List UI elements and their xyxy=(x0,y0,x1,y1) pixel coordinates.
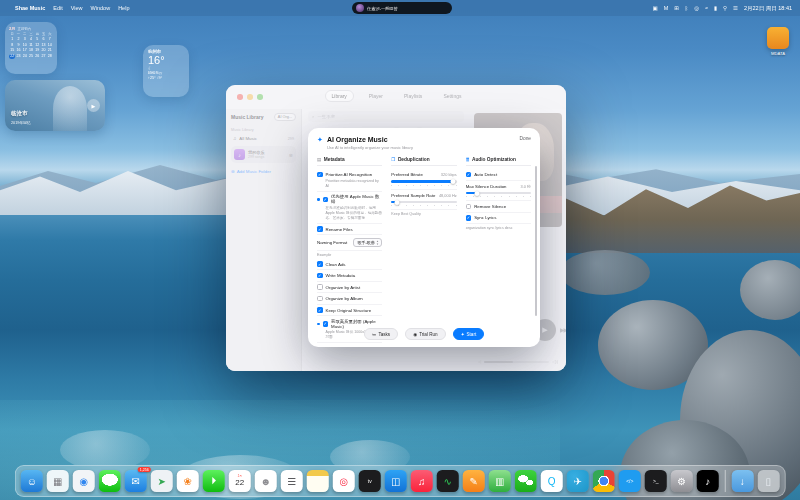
dock-icon-telegram[interactable]: ✈ xyxy=(567,470,589,492)
dock-icon-keynote[interactable]: ◫ xyxy=(385,470,407,492)
menu-view[interactable]: View xyxy=(71,5,83,11)
calendar-widget[interactable]: 2月 正月初六 日一二三四五六1234567891011121314151617… xyxy=(5,22,57,74)
photos-memory-widget[interactable]: 临沧市 2019年回忆 ▶ xyxy=(5,80,105,131)
memory-play-button[interactable]: ▶ xyxy=(87,99,100,112)
memory-photo xyxy=(53,86,87,131)
option-write-metadata: ✓Write Metadata xyxy=(317,270,382,282)
dock-icon-downloads-folder[interactable]: ↓ xyxy=(731,470,753,492)
dock-icon-reminders[interactable]: ☰ xyxy=(281,470,303,492)
setting-label: Preferred Sample Rate xyxy=(391,193,435,198)
option-auto-detect: ✓Auto Detect xyxy=(466,169,531,181)
dock-icon-stocks[interactable]: ∿ xyxy=(437,470,459,492)
dock-icon-vscode[interactable]: </> xyxy=(619,470,641,492)
slider-thumb[interactable] xyxy=(451,179,456,184)
m-status-icon[interactable]: M xyxy=(664,5,669,11)
checkbox[interactable]: ✓ xyxy=(317,172,323,178)
checkbox[interactable]: ✓ xyxy=(317,261,323,267)
wifi-icon[interactable]: ≈ xyxy=(705,5,708,11)
bluetooth-icon[interactable]: ᛒ xyxy=(685,5,688,11)
dock-icon-system-settings[interactable]: ⚙ xyxy=(671,470,693,492)
underwater-rock xyxy=(60,430,150,470)
terminal-glyph: >_ xyxy=(653,478,659,484)
dedup-section-title: Deduplication xyxy=(398,157,430,162)
dock-icon-launchpad[interactable]: ▦ xyxy=(47,470,69,492)
dock-icon-contacts[interactable]: ☻ xyxy=(255,470,277,492)
system-settings-glyph: ⚙ xyxy=(677,476,686,487)
dialog-subtitle: Use AI to intelligently organize your mu… xyxy=(327,145,413,150)
calendar-lunar: 正月初六 xyxy=(18,27,32,31)
dock-icon-chrome[interactable] xyxy=(593,470,615,492)
checkbox[interactable]: ✓ xyxy=(323,321,329,327)
start-button[interactable]: ✦Start xyxy=(453,328,485,340)
naming-format-select[interactable]: 歌手-歌曲▴▾ xyxy=(353,238,382,247)
checkbox[interactable]: ✓ xyxy=(466,172,472,178)
dock-icon-calendar[interactable]: 2月22 xyxy=(229,470,251,492)
audio-note: organization sync lyrics desc xyxy=(466,224,531,232)
app-menu-title[interactable]: Shae Music xyxy=(15,5,45,11)
slider-thumb[interactable] xyxy=(475,191,480,196)
checkbox[interactable]: ✓ xyxy=(317,273,323,279)
dock-icon-mail[interactable]: ✉1,256 xyxy=(125,470,147,492)
dock-icon-trash[interactable]: ▯ xyxy=(757,470,779,492)
option-label: 优先使用 Apple Music 数据 xyxy=(331,194,382,204)
dock-icon-music[interactable]: ♫ xyxy=(411,470,433,492)
slider-track[interactable] xyxy=(391,201,456,204)
dock-icon-fitness[interactable]: ◎ xyxy=(333,470,355,492)
battery-icon[interactable]: ▮ xyxy=(714,5,717,11)
stepper-arrows-icon: ▴▾ xyxy=(377,240,379,245)
display-icon[interactable]: ▣ xyxy=(652,5,657,11)
mail-glyph: ✉ xyxy=(132,476,140,487)
input-source-icon[interactable]: ⊞ xyxy=(674,5,679,11)
control-center-icon[interactable]: ☰ xyxy=(733,5,738,11)
dock-icon-safari[interactable]: ◉ xyxy=(73,470,95,492)
dock-icon-qq[interactable]: Q xyxy=(541,470,563,492)
checkbox[interactable]: ✓ xyxy=(317,307,323,313)
dock-icon-messages[interactable] xyxy=(99,470,121,492)
slider-thumb[interactable] xyxy=(394,200,399,205)
dock-icon-pages[interactable]: ✎ xyxy=(463,470,485,492)
trial-run-button-label: Trial Run xyxy=(419,332,437,337)
dock-icon-maps[interactable]: ➤ xyxy=(151,470,173,492)
tasks-button[interactable]: ≔Tasks xyxy=(364,328,398,340)
now-playing-pill[interactable]: 任素汐-一般回答 xyxy=(352,2,452,14)
trial-run-button[interactable]: ◉Trial Run xyxy=(405,328,445,340)
example-note: Example xyxy=(317,251,382,259)
dock-icon-finder[interactable]: ☺ xyxy=(21,470,43,492)
calendar-date-28[interactable]: 28 xyxy=(47,54,53,60)
dock-icon-numbers[interactable]: ▥ xyxy=(489,470,511,492)
dock-icon-terminal[interactable]: >_ xyxy=(645,470,667,492)
desktop-file-mdata[interactable]: MDATA xyxy=(764,27,792,56)
checkbox[interactable]: ✓ xyxy=(317,226,323,232)
done-button[interactable]: Done xyxy=(520,136,531,141)
checkbox[interactable] xyxy=(466,204,472,210)
option-rename-files: ✓Rename Files xyxy=(317,224,382,236)
numbers-glyph: ▥ xyxy=(495,476,504,487)
dock-icon-douyin[interactable]: ♪ xyxy=(697,470,719,492)
dock-icon-notes[interactable] xyxy=(307,470,329,492)
search-icon[interactable]: ⚲ xyxy=(723,5,727,11)
menu-window[interactable]: Window xyxy=(91,5,111,11)
dock-icon-photos[interactable]: ❀ xyxy=(177,470,199,492)
audio-section-title: Audio Optimization xyxy=(472,157,516,162)
slider-track[interactable] xyxy=(466,192,531,195)
checkbox[interactable] xyxy=(317,284,323,290)
slider-fill xyxy=(391,180,453,183)
checkbox[interactable]: ✓ xyxy=(323,197,329,203)
checkbox[interactable] xyxy=(317,296,323,302)
slider-track[interactable] xyxy=(391,180,456,183)
dock-icon-apple-tv[interactable]: tv xyxy=(359,470,381,492)
slider-ticks xyxy=(391,185,456,186)
slider-ticks xyxy=(466,196,531,197)
checkbox[interactable]: ✓ xyxy=(466,215,472,221)
dock-icon-facetime[interactable]: ⏵ xyxy=(203,470,225,492)
dialog-scrollbar[interactable] xyxy=(535,166,538,316)
calendar-day-header: 六 xyxy=(47,32,53,37)
menu-bar-clock[interactable]: 2月22日 周日 18:41 xyxy=(744,5,792,12)
deduplication-column: ❐ Deduplication Preferred Bitrate320 kbp… xyxy=(391,157,456,343)
weather-widget[interactable]: 杭州市 16° ☾ 晴朗无云 ↑25° ↓9° xyxy=(143,45,189,97)
location-icon[interactable]: ◎ xyxy=(694,5,699,11)
dock-icon-wechat[interactable] xyxy=(515,470,537,492)
menu-help[interactable]: Help xyxy=(118,5,129,11)
dialog-title: AI Organize Music xyxy=(327,136,413,144)
menu-edit[interactable]: Edit xyxy=(53,5,62,11)
